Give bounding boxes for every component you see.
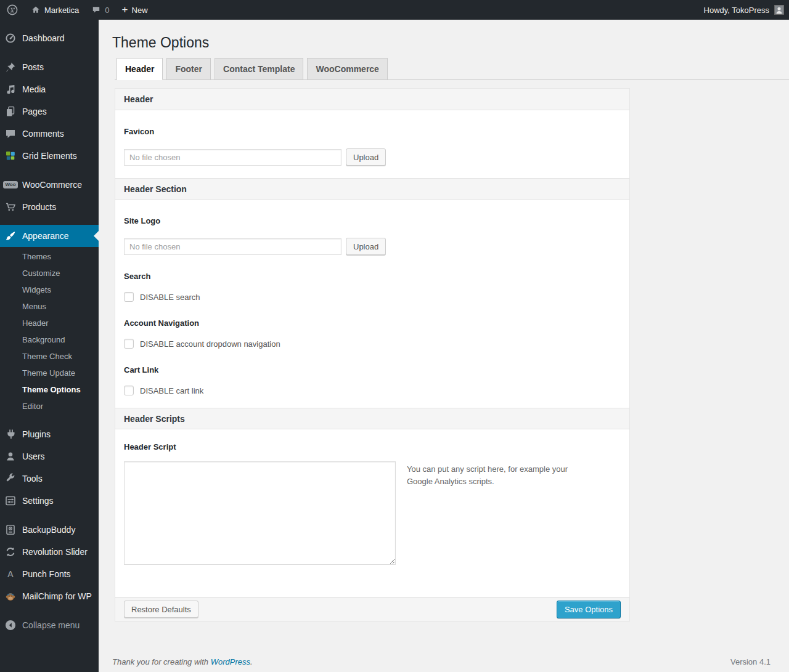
disable-account-nav-label: DISABLE account dropdown navigation xyxy=(140,339,280,349)
sidebar-item-backupbuddy[interactable]: BackupBuddy xyxy=(0,519,99,541)
site-logo-upload-button[interactable]: Upload xyxy=(346,238,386,255)
submenu-item-themes[interactable]: Themes xyxy=(0,248,99,265)
page-title: Theme Options xyxy=(112,34,789,52)
section-header-scripts: Header Scripts xyxy=(115,408,629,429)
sidebar-item-label: Tools xyxy=(22,473,43,484)
sidebar-item-punch-fonts[interactable]: A Punch Fonts xyxy=(0,563,99,585)
submenu-item-theme-options[interactable]: Theme Options xyxy=(0,381,99,398)
sidebar-item-media[interactable]: Media xyxy=(0,78,99,100)
header-script-textarea[interactable] xyxy=(124,461,396,565)
sidebar-item-mailchimp[interactable]: MailChimp for WP xyxy=(0,585,99,607)
section-header-body: Favicon Upload xyxy=(115,110,629,178)
site-link[interactable]: Marketica xyxy=(25,0,85,20)
comments-count: 0 xyxy=(105,6,109,15)
sidebar-item-label: Posts xyxy=(22,62,44,73)
plus-icon: + xyxy=(122,4,128,15)
submenu-item-editor[interactable]: Editor xyxy=(0,398,99,415)
disable-cart-link-label: DISABLE cart link xyxy=(140,386,203,395)
person-icon xyxy=(775,6,783,14)
site-name: Marketica xyxy=(44,6,79,15)
cart-link-label: Cart Link xyxy=(124,365,621,374)
sidebar-item-products[interactable]: Products xyxy=(0,196,99,218)
header-script-label: Header Script xyxy=(124,442,621,451)
tab-woocommerce[interactable]: WooCommerce xyxy=(307,58,387,79)
disable-search-row: DISABLE search xyxy=(124,292,621,302)
disable-cart-link-row: DISABLE cart link xyxy=(124,386,621,395)
section-header-section: Header Section xyxy=(115,178,629,200)
submenu-item-theme-check[interactable]: Theme Check xyxy=(0,348,99,365)
admin-bar-left: Marketica 0 + New xyxy=(0,0,154,20)
account-navigation-label: Account Navigation xyxy=(124,318,621,328)
sidebar-item-label: WooCommerce xyxy=(22,179,82,190)
section-header: Header xyxy=(115,89,629,110)
comment-bubble-icon xyxy=(91,5,101,15)
media-note-icon xyxy=(4,83,17,95)
collapse-arrow-icon xyxy=(4,619,17,631)
sidebar-item-label: Grid Elements xyxy=(22,150,77,161)
tab-contact-template[interactable]: Contact Template xyxy=(215,58,303,79)
sidebar-item-settings[interactable]: Settings xyxy=(0,490,99,512)
sidebar-item-label: Comments xyxy=(22,128,64,139)
wordpress-logo-icon xyxy=(6,4,18,16)
disable-account-nav-row: DISABLE account dropdown navigation xyxy=(124,339,621,349)
comment-bubble-icon xyxy=(4,128,17,140)
sidebar-item-label: Appearance xyxy=(22,230,69,241)
footer-thanks-text: Thank you for creating with WordPress. xyxy=(112,657,253,666)
header-script-help-text: You can put any script here, for example… xyxy=(407,461,595,488)
favicon-upload-button[interactable]: Upload xyxy=(346,148,386,166)
footer-thanks-prefix: Thank you for creating with xyxy=(112,657,208,666)
monkey-icon xyxy=(4,590,17,602)
wordpress-logo-menu[interactable] xyxy=(0,0,25,20)
submenu-item-header[interactable]: Header xyxy=(0,315,99,331)
submenu-item-widgets[interactable]: Widgets xyxy=(0,281,99,298)
search-label: Search xyxy=(124,272,621,281)
appearance-submenu: Themes Customize Widgets Menus Header Ba… xyxy=(0,247,99,423)
sidebar-item-label: Plugins xyxy=(22,429,51,440)
save-options-button[interactable]: Save Options xyxy=(557,601,621,618)
restore-defaults-button[interactable]: Restore Defaults xyxy=(124,601,198,618)
favicon-file-input[interactable] xyxy=(124,149,341,166)
settings-sliders-icon xyxy=(4,495,17,507)
sidebar-item-posts[interactable]: Posts xyxy=(0,56,99,78)
sidebar-item-label: Media xyxy=(22,84,46,95)
site-logo-file-input[interactable] xyxy=(124,238,341,255)
sidebar-item-label: Products xyxy=(22,201,56,213)
sidebar-item-plugins[interactable]: Plugins xyxy=(0,423,99,445)
submenu-item-menus[interactable]: Menus xyxy=(0,298,99,315)
new-label: New xyxy=(132,6,148,15)
disable-account-nav-checkbox[interactable] xyxy=(124,339,134,349)
sidebar: Dashboard Posts Media Pages Comments Gri xyxy=(0,20,99,672)
sidebar-item-label: BackupBuddy xyxy=(22,524,75,535)
version-text: Version 4.1 xyxy=(730,657,771,666)
sidebar-item-appearance[interactable]: Appearance xyxy=(0,225,99,247)
tab-header[interactable]: Header xyxy=(117,58,163,80)
sidebar-item-dashboard[interactable]: Dashboard xyxy=(0,27,99,49)
submenu-item-customize[interactable]: Customize xyxy=(0,265,99,281)
sidebar-item-woocommerce[interactable]: Woo WooCommerce xyxy=(0,174,99,196)
submenu-item-background[interactable]: Background xyxy=(0,331,99,348)
circular-arrows-icon xyxy=(4,546,17,558)
sidebar-item-label: MailChimp for WP xyxy=(22,591,92,602)
sidebar-item-comments[interactable]: Comments xyxy=(0,123,99,145)
sidebar-item-label: Pages xyxy=(22,106,47,117)
sidebar-item-revolution-slider[interactable]: Revolution Slider xyxy=(0,541,99,563)
main-content: Theme Options HeaderFooterContact Templa… xyxy=(99,20,789,672)
new-menu[interactable]: + New xyxy=(116,0,154,20)
sidebar-item-pages[interactable]: Pages xyxy=(0,100,99,123)
sidebar-item-tools[interactable]: Tools xyxy=(0,468,99,490)
disable-search-checkbox[interactable] xyxy=(124,292,134,302)
disable-cart-link-checkbox[interactable] xyxy=(124,386,134,395)
collapse-menu-button[interactable]: Collapse menu xyxy=(0,614,99,636)
footer-thanks-suffix: . xyxy=(250,657,253,666)
home-icon xyxy=(31,5,41,15)
main-layout: Dashboard Posts Media Pages Comments Gri xyxy=(0,20,789,672)
sidebar-item-users[interactable]: Users xyxy=(0,445,99,468)
comments-menu[interactable]: 0 xyxy=(85,0,115,20)
tab-footer[interactable]: Footer xyxy=(166,58,211,79)
account-menu[interactable]: Howdy, TokoPress xyxy=(699,0,789,20)
sidebar-item-grid-elements[interactable]: Grid Elements xyxy=(0,145,99,167)
sidebar-item-label: Settings xyxy=(22,495,54,506)
wrench-icon xyxy=(4,472,17,485)
submenu-item-theme-update[interactable]: Theme Update xyxy=(0,365,99,381)
wordpress-link[interactable]: WordPress xyxy=(211,657,250,666)
